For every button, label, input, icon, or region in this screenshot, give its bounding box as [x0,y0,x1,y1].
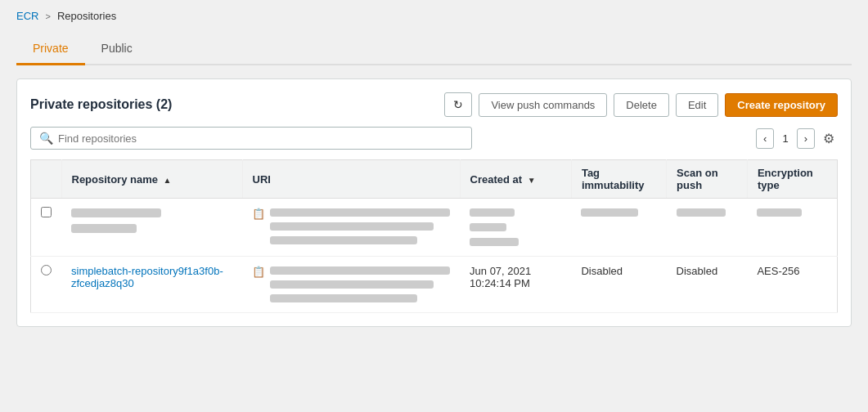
td-uri-1: 📋 [242,199,460,257]
th-repository-name[interactable]: Repository name ▲ [61,160,242,199]
main-card: Private repositories (2) ↻ View push com… [16,78,852,327]
breadcrumb-separator: > [45,11,50,21]
repo-name-link[interactable]: simplebatch-repository9f1a3f0b-zfcedjaz8… [71,265,232,289]
td-name-1 [61,199,242,257]
refresh-icon: ↻ [453,98,463,111]
search-icon: 🔍 [39,132,53,145]
card-title: Private repositories (2) [30,97,172,112]
td-name-2: simplebatch-repository9f1a3f0b-zfcedjaz8… [61,257,242,313]
tab-private[interactable]: Private [16,35,85,65]
th-tag-immutability: Tag immutability [571,160,666,199]
table-row: simplebatch-repository9f1a3f0b-zfcedjaz8… [31,257,838,313]
edit-button[interactable]: Edit [676,93,718,117]
td-created-2: Jun 07, 2021 10:24:14 PM [460,257,571,313]
copy-icon-2[interactable]: 📋 [252,266,265,278]
prev-page-button[interactable]: ‹ [756,128,774,149]
create-repository-button[interactable]: Create repository [725,93,838,117]
card-header: Private repositories (2) ↻ View push com… [30,92,838,117]
delete-button[interactable]: Delete [614,93,669,117]
td-tag-1 [571,199,666,257]
search-input[interactable] [58,132,463,145]
header-actions: ↻ View push commands Delete Edit Create … [444,92,838,117]
table-row: 📋 [31,199,838,257]
page-number: 1 [779,132,791,145]
search-row: 🔍 ‹ 1 › ⚙ [30,127,838,150]
th-scan-on-push: Scan on push [667,160,748,199]
td-scan-2: Disabled [667,257,748,313]
row1-checkbox[interactable] [41,207,52,217]
th-created-at[interactable]: Created at ▼ [460,160,571,199]
td-encrypt-2: AES-256 [747,257,837,313]
sort-arrow-created: ▼ [528,176,536,185]
card-count: (2) [156,97,173,111]
copy-icon-1[interactable]: 📋 [252,208,265,220]
th-checkbox [31,160,62,199]
settings-icon[interactable]: ⚙ [820,129,838,148]
tab-public[interactable]: Public [85,35,149,65]
breadcrumb-current: Repositories [57,10,116,22]
tabs-row: Private Public [16,35,852,65]
view-push-commands-button[interactable]: View push commands [479,93,607,117]
repositories-table: Repository name ▲ URI Created at ▼ Tag i… [30,159,838,313]
pagination-row: ‹ 1 › ⚙ [756,128,838,149]
row2-radio[interactable] [41,265,52,275]
td-encrypt-1 [747,199,837,257]
card-title-text: Private repositories [30,97,152,111]
td-checkbox-1[interactable] [31,199,62,257]
td-checkbox-2[interactable] [31,257,62,313]
td-uri-2: 📋 [242,257,460,313]
td-scan-1 [667,199,748,257]
table-header-row: Repository name ▲ URI Created at ▼ Tag i… [31,160,838,199]
th-uri: URI [242,160,460,199]
td-tag-2: Disabled [571,257,666,313]
refresh-button[interactable]: ↻ [444,92,472,117]
td-created-1 [460,199,571,257]
breadcrumb-ecr-link[interactable]: ECR [16,10,38,22]
breadcrumb: ECR > Repositories [16,10,852,22]
th-encryption-type: Encryption type [747,160,837,199]
next-page-button[interactable]: › [797,128,815,149]
search-box: 🔍 [30,127,472,150]
sort-arrow-name: ▲ [164,176,172,185]
page-wrapper: ECR > Repositories Private Public Privat… [0,0,868,412]
